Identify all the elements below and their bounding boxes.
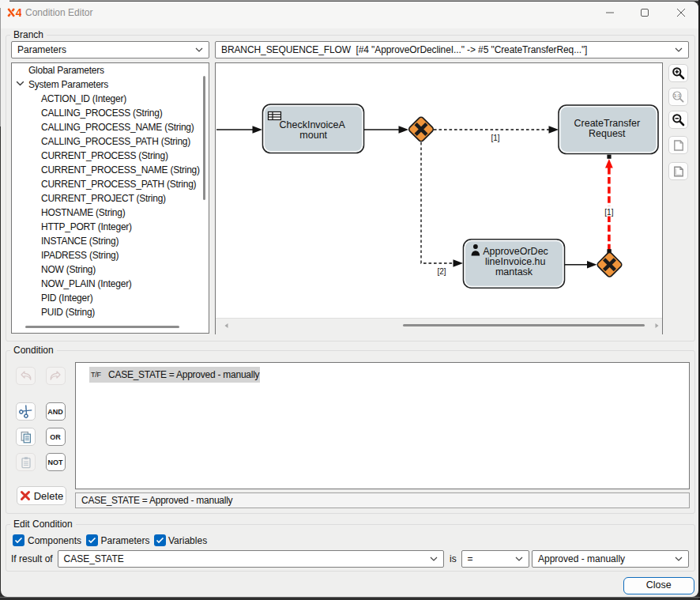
svg-text:[1]: [1] — [604, 208, 613, 217]
svg-text:[1]: [1] — [491, 134, 499, 142]
svg-text:mount: mount — [299, 130, 327, 141]
svg-text:4: 4 — [16, 8, 21, 17]
svg-text:lineInvoice.hu: lineInvoice.hu — [485, 256, 545, 267]
svg-text:mantask: mantask — [495, 266, 533, 277]
svg-text:Request: Request — [589, 128, 626, 139]
svg-text:CreateTransfer: CreateTransfer — [574, 118, 641, 129]
svg-text:1:1: 1:1 — [674, 93, 681, 98]
svg-text:[2]: [2] — [437, 267, 446, 276]
svg-text:CheckInvoiceA: CheckInvoiceA — [280, 119, 346, 130]
